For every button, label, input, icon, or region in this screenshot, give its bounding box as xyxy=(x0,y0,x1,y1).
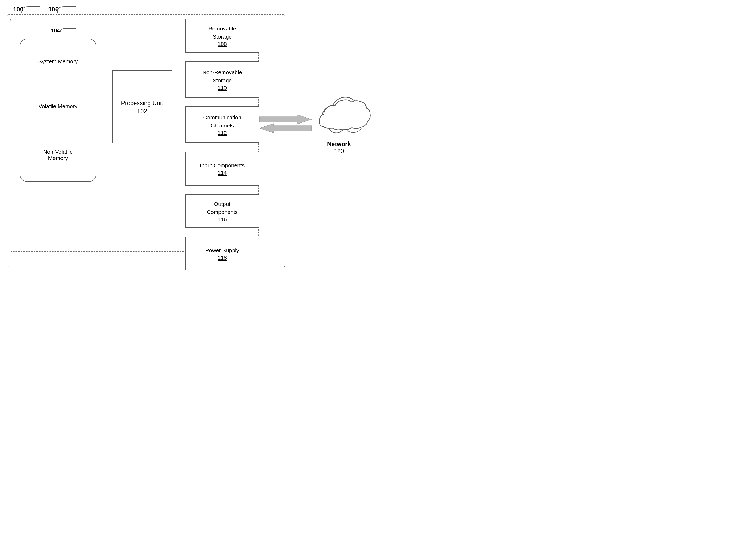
diagram-container: 100 106 104 System Memory Volatile Memor… xyxy=(0,0,372,280)
system-memory-section: System Memory xyxy=(20,39,96,84)
svg-marker-1 xyxy=(259,123,311,133)
removable-storage-number: 108 xyxy=(218,41,227,47)
network-cloud-svg xyxy=(314,86,372,138)
output-components-name: OutputComponents xyxy=(207,200,238,216)
output-components-number: 116 xyxy=(218,216,227,223)
nonvolatile-memory-section: Non-VolatileMemory xyxy=(20,129,96,182)
communication-channels-number: 112 xyxy=(218,130,227,136)
communication-channels-name: CommunicationChannels xyxy=(203,113,241,130)
arrows-svg xyxy=(259,115,311,134)
nonremovable-storage-name: Non-RemovableStorage xyxy=(202,68,242,85)
nonremovable-storage-number: 110 xyxy=(218,85,227,91)
communication-channels-box: CommunicationChannels 112 xyxy=(185,106,259,143)
nonremovable-storage-box: Non-RemovableStorage 110 xyxy=(185,61,259,98)
removable-storage-box: RemovableStorage 108 xyxy=(185,19,259,53)
memory-box: System Memory Volatile Memory Non-Volati… xyxy=(20,39,97,182)
power-supply-name: Power Supply xyxy=(206,246,239,254)
svg-marker-0 xyxy=(259,115,311,124)
bracket-104 xyxy=(59,27,77,35)
input-components-box: Input Components 114 xyxy=(185,152,259,186)
bracket-106 xyxy=(56,5,77,14)
processing-unit-number: 102 xyxy=(137,108,147,115)
volatile-memory-section: Volatile Memory xyxy=(20,84,96,129)
processing-unit-name: Processing Unit xyxy=(121,99,163,108)
input-components-number: 114 xyxy=(218,170,227,176)
processing-unit-box: Processing Unit 102 xyxy=(112,70,172,143)
bracket-100 xyxy=(20,5,41,14)
output-components-box: OutputComponents 116 xyxy=(185,194,259,228)
power-supply-number: 118 xyxy=(218,254,227,261)
removable-storage-name: RemovableStorage xyxy=(208,25,236,41)
power-supply-box: Power Supply 118 xyxy=(185,237,259,271)
input-components-name: Input Components xyxy=(200,161,245,170)
network-label: Network 120 xyxy=(327,141,351,155)
